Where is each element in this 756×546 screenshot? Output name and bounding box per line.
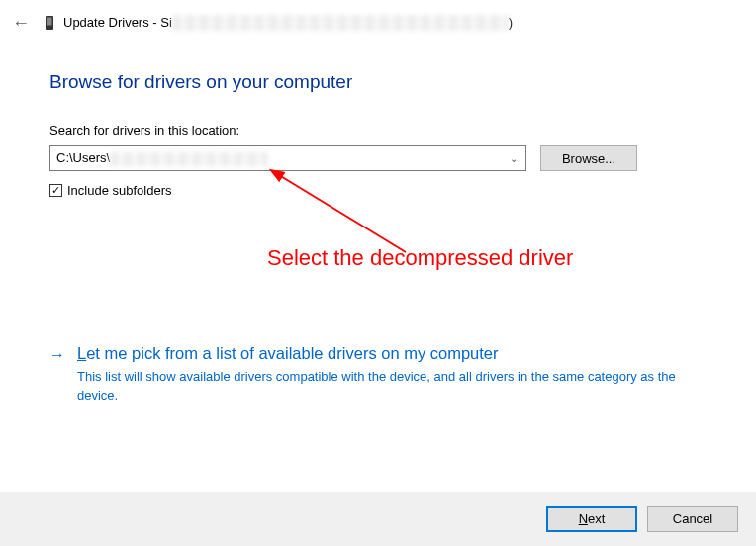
path-prefix: C:\Users\ <box>56 150 110 165</box>
next-accel: N <box>579 511 588 526</box>
next-button[interactable]: Next <box>546 506 637 532</box>
arrow-right-icon: → <box>49 346 65 364</box>
page-heading: Browse for drivers on your computer <box>49 71 707 93</box>
back-arrow-icon[interactable]: ← <box>12 14 30 32</box>
next-rest: ext <box>588 511 605 526</box>
chevron-down-icon[interactable]: ⌄ <box>510 153 518 164</box>
checkbox-indicator: ✓ <box>49 184 62 197</box>
include-subfolders-checkbox[interactable]: ✓ Include subfolders <box>49 183 707 198</box>
path-redacted <box>110 152 268 166</box>
path-row: C:\Users\ ⌄ Browse... <box>49 145 707 171</box>
annotation-text: Select the decompressed driver <box>267 245 573 271</box>
svg-rect-1 <box>47 18 52 26</box>
titlebar: ← Update Drivers - Si) <box>0 0 756 49</box>
title-row: Update Drivers - Si) <box>44 14 513 32</box>
title-prefix: Update Drivers - Si <box>63 15 172 30</box>
pick-from-list-link[interactable]: Let me pick from a list of available dri… <box>77 344 499 363</box>
path-value: C:\Users\ <box>56 150 268 166</box>
location-label: Search for drivers in this location: <box>49 123 707 137</box>
window-title: Update Drivers - Si) <box>63 15 513 32</box>
title-suffix: ) <box>509 15 513 30</box>
include-subfolders-label: Include subfolders <box>67 183 172 198</box>
cancel-button[interactable]: Cancel <box>647 506 738 532</box>
footer-bar: Next Cancel <box>0 492 756 546</box>
pick-description: This list will show available drivers co… <box>77 368 693 406</box>
device-icon <box>44 14 55 32</box>
browse-button[interactable]: Browse... <box>540 145 637 171</box>
pick-link-accel: L <box>77 344 86 362</box>
title-redacted <box>172 15 509 31</box>
pick-section: → Let me pick from a list of available d… <box>49 344 693 406</box>
path-combobox[interactable]: C:\Users\ ⌄ <box>49 145 526 171</box>
pick-link-rest: et me pick from a list of available driv… <box>86 344 498 362</box>
